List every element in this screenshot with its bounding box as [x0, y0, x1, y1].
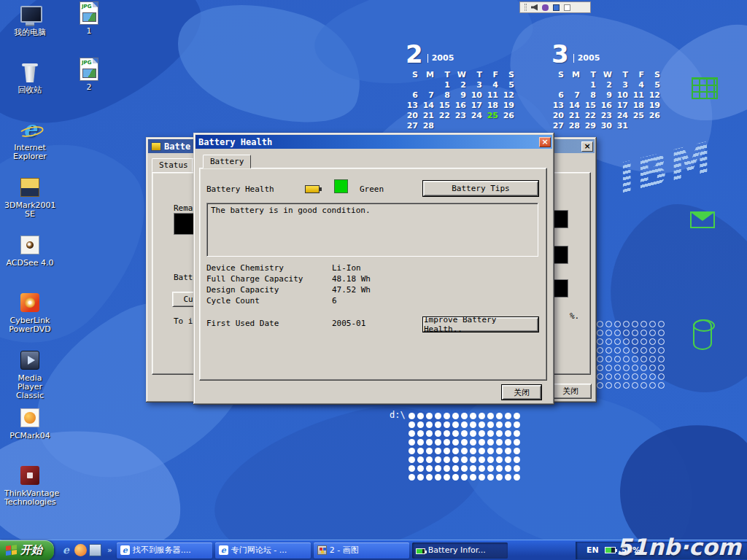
quick-launch-icon[interactable] — [74, 544, 87, 556]
desktop-icon[interactable]: Internet Explorer — [4, 118, 55, 176]
calendar-day: 3 — [616, 79, 632, 90]
app-icon — [18, 349, 42, 372]
calendar-day: 6 — [551, 90, 568, 100]
microphone-icon[interactable] — [542, 4, 549, 11]
calendar-day: 11 — [632, 90, 648, 100]
calendar-day: 24 — [616, 110, 632, 120]
language-indicator[interactable]: EN — [587, 545, 599, 555]
window-title: Batte — [164, 141, 190, 152]
calendar-day: 1 — [584, 79, 600, 90]
calendar-day: 29 — [584, 120, 600, 131]
close-button[interactable]: × — [539, 137, 551, 147]
calendar-day: W — [600, 69, 616, 79]
battery-tray-icon[interactable] — [605, 547, 616, 553]
calendar-day: 13 — [406, 100, 422, 110]
tab-battery[interactable]: Battery — [203, 155, 251, 168]
close-button[interactable]: × — [581, 141, 593, 152]
battery-health-label: Battery Health — [206, 184, 274, 194]
calendar-day: T — [470, 69, 486, 79]
toolbar-grip[interactable] — [525, 4, 527, 11]
calendar-day: 2 — [600, 79, 616, 90]
battery-percentage: 58% — [622, 545, 640, 555]
envelope-icon — [690, 211, 715, 228]
calendar-day: 14 — [568, 100, 584, 110]
calendar-day: 28 — [422, 120, 438, 131]
battery-health-dialog: Battery Health × Battery Battery Health … — [193, 133, 554, 405]
ibm-logo: IBM — [610, 133, 716, 205]
taskbar-window-button[interactable]: 专门网论坛 - ... — [215, 542, 311, 559]
taskbar-window-button[interactable]: 找不到服务器.... — [117, 542, 212, 559]
system-tray: EN 58% — [576, 542, 747, 559]
calendar-day: 10 — [470, 90, 486, 100]
first-used-row: First Used Date 2005-01 — [206, 319, 365, 328]
spec-label: Full Charge Capacity — [206, 274, 332, 285]
calendar-day: M — [422, 69, 438, 79]
taskbar-window-buttons: 找不到服务器.... 专门网论坛 - ... 2 - 画图 Battery In… — [115, 540, 509, 560]
desktop-file-icon[interactable]: JPG 2 — [67, 58, 111, 114]
dialog-title: Battery Health — [198, 137, 272, 147]
calendar-month-number: 3 — [551, 43, 569, 65]
close-dialog-button[interactable]: 关闭 — [502, 385, 541, 400]
calendar-day — [648, 120, 664, 131]
desktop-icon[interactable]: ThinkVantage Technologies — [4, 464, 55, 521]
dialog-body: Battery Battery Health Green Battery Tip… — [196, 149, 552, 402]
calendar-day: 10 — [616, 90, 632, 100]
calendar-day: 30 — [600, 120, 616, 131]
close-window-button[interactable]: 关闭 — [549, 384, 592, 399]
quick-launch-icon[interactable] — [89, 544, 101, 556]
desktop-icon[interactable]: CyberLink PowerDVD — [4, 291, 55, 349]
calendar-day: 20 — [551, 110, 568, 120]
calendar-day: W — [454, 69, 470, 79]
display-icon[interactable] — [553, 4, 560, 11]
desktop-icon-column: 我的电脑 回收站 Internet Explorer 3DMark2001 SE… — [4, 3, 55, 521]
improve-battery-health-button[interactable]: Improve Battery Health.. — [423, 317, 538, 332]
wallpaper-calendar-march: 3 2005 SMTWTFS12345678910111213141516171… — [551, 40, 668, 131]
first-used-label: First Used Date — [206, 319, 332, 328]
calendar-day: 4 — [486, 79, 502, 90]
calendar-day: 24 — [470, 110, 486, 120]
calendar-day: T — [616, 69, 632, 79]
jpg-file-icon: JPG — [80, 58, 98, 81]
calendar-day: 2 — [454, 79, 470, 90]
close-icon: × — [541, 138, 548, 146]
jpg-badge: JPG — [82, 60, 91, 66]
battery-status-text: Green — [360, 184, 384, 194]
calendar-day — [486, 120, 502, 131]
jpg-file-icon: JPG — [80, 1, 98, 25]
calendar-day: 4 — [632, 79, 648, 90]
battery-status-indicator — [334, 179, 348, 193]
battery-tips-button[interactable]: Battery Tips — [423, 181, 538, 196]
spreadsheet-grid-icon — [692, 77, 718, 99]
speaker-icon[interactable] — [531, 4, 538, 11]
desktop-icon[interactable]: 3DMark2001 SE — [4, 176, 55, 233]
desktop-icon-label: ACDSee 4.0 — [4, 259, 55, 268]
calendar-day: S — [551, 69, 568, 79]
start-button[interactable]: 开始 — [0, 540, 54, 560]
taskbar-window-button[interactable]: 2 - 画图 — [314, 542, 409, 559]
desktop-icon[interactable]: 回收站 — [4, 61, 55, 118]
calendar-day: 7 — [568, 90, 584, 100]
calendar-day: 5 — [648, 79, 664, 90]
percent-label: %. — [570, 311, 579, 321]
desktop-icon-label: PCMark04 — [4, 432, 55, 440]
desktop-icon[interactable]: 我的电脑 — [4, 3, 55, 61]
desktop-icon[interactable]: Media Player Classic — [4, 349, 55, 406]
calendar-day: 27 — [551, 120, 568, 131]
desktop-icon-label: Internet Explorer — [4, 144, 55, 161]
calendar-day: 11 — [486, 90, 502, 100]
desktop-icon[interactable]: PCMark04 — [4, 406, 55, 464]
calendar-day: 3 — [470, 79, 486, 90]
calendar-year: 2005 — [427, 54, 454, 63]
quick-launch-icon[interactable] — [60, 544, 72, 556]
app-icon — [18, 61, 42, 84]
calendar-day: 15 — [438, 100, 454, 110]
taskbar-window-button[interactable]: Battery Infor... — [412, 542, 508, 559]
title-bar[interactable]: Battery Health × — [196, 135, 552, 149]
desktop-file-icon[interactable]: JPG 1 — [67, 1, 111, 58]
tab-status[interactable]: Status — [152, 158, 196, 172]
condition-textbox[interactable]: The battery is in good condition. — [206, 203, 538, 257]
window-app-icon — [416, 548, 425, 554]
desktop-icon[interactable]: ACDSee 4.0 — [4, 233, 55, 291]
quick-launch-overflow-chevron[interactable]: » — [104, 545, 115, 555]
document-icon[interactable] — [564, 4, 570, 11]
